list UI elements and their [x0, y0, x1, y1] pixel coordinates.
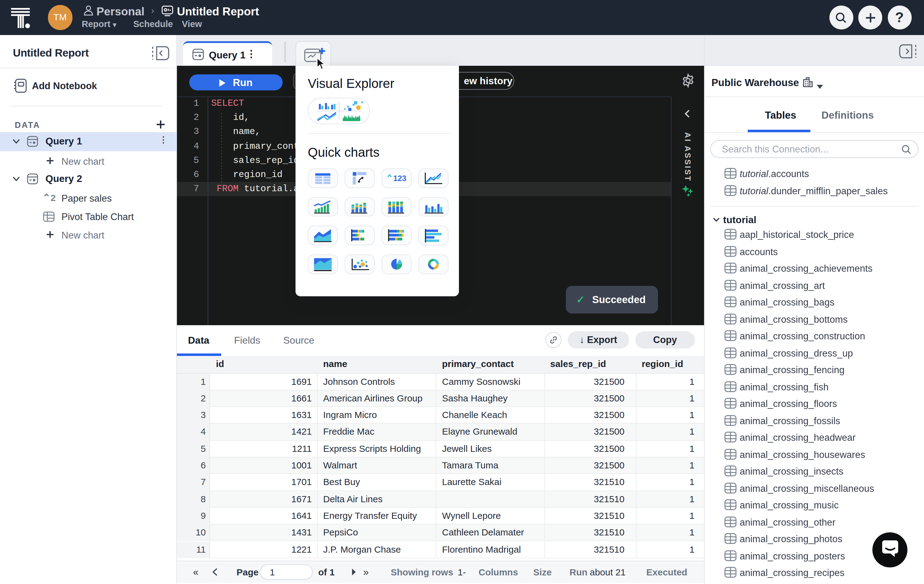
svg-text:123: 123	[393, 174, 406, 183]
